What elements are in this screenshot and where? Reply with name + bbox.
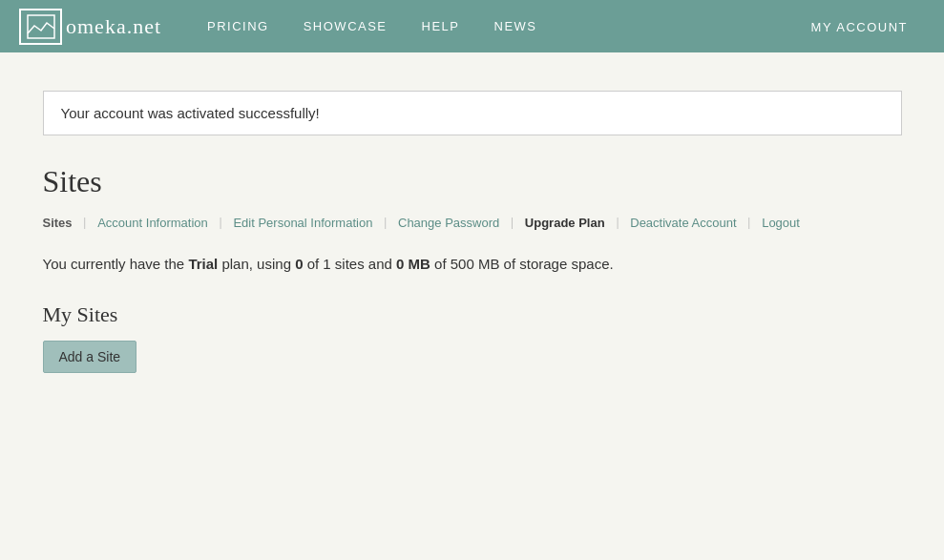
plan-middle: plan, using [218, 256, 295, 272]
page-title: Sites [43, 164, 902, 199]
main-nav: omeka.net PRICING SHOWCASE HELP NEWS MY … [0, 0, 944, 52]
nav-links: PRICING SHOWCASE HELP NEWS [190, 19, 794, 33]
separator-3: | [384, 215, 387, 230]
of-sites: of 1 sites and [303, 256, 396, 272]
logo-text: omeka.net [66, 14, 161, 39]
separator-4: | [511, 215, 514, 230]
separator-6: | [748, 215, 751, 230]
nav-news[interactable]: NEWS [477, 19, 555, 33]
sub-nav-logout[interactable]: Logout [762, 216, 811, 230]
nav-my-account[interactable]: MY ACCOUNT [794, 20, 925, 34]
separator-5: | [617, 215, 619, 230]
svg-rect-0 [28, 15, 54, 38]
plan-info: You currently have the Trial plan, using… [43, 253, 902, 276]
sub-nav-account-info[interactable]: Account Information [97, 216, 220, 230]
sub-nav-change-password[interactable]: Change Password [398, 216, 511, 230]
main-content: Your account was activated successfully!… [24, 52, 921, 392]
nav-showcase[interactable]: SHOWCASE [286, 19, 405, 33]
nav-pricing[interactable]: PRICING [190, 19, 286, 33]
separator-1: | [84, 215, 87, 230]
success-message: Your account was activated successfully! [61, 105, 320, 121]
of-storage: of 500 MB of storage space. [430, 256, 614, 272]
sub-nav: Sites | Account Information | Edit Perso… [43, 215, 902, 230]
add-site-button[interactable]: Add a Site [43, 341, 137, 373]
success-banner: Your account was activated successfully! [43, 91, 902, 135]
nav-right: MY ACCOUNT [794, 18, 925, 35]
nav-help[interactable]: HELP [405, 19, 477, 33]
sub-nav-upgrade-plan[interactable]: Upgrade Plan [525, 216, 617, 230]
plan-prefix: You currently have the [43, 256, 189, 272]
sub-nav-edit-personal[interactable]: Edit Personal Information [233, 216, 384, 230]
sub-nav-sites[interactable]: Sites [43, 216, 84, 230]
logo[interactable]: omeka.net [19, 9, 161, 45]
plan-name: Trial [188, 256, 218, 272]
sub-nav-deactivate[interactable]: Deactivate Account [630, 216, 747, 230]
separator-2: | [220, 215, 222, 230]
logo-icon [19, 9, 62, 45]
my-sites-title: My Sites [43, 302, 902, 327]
storage-used: 0 MB [396, 256, 430, 272]
